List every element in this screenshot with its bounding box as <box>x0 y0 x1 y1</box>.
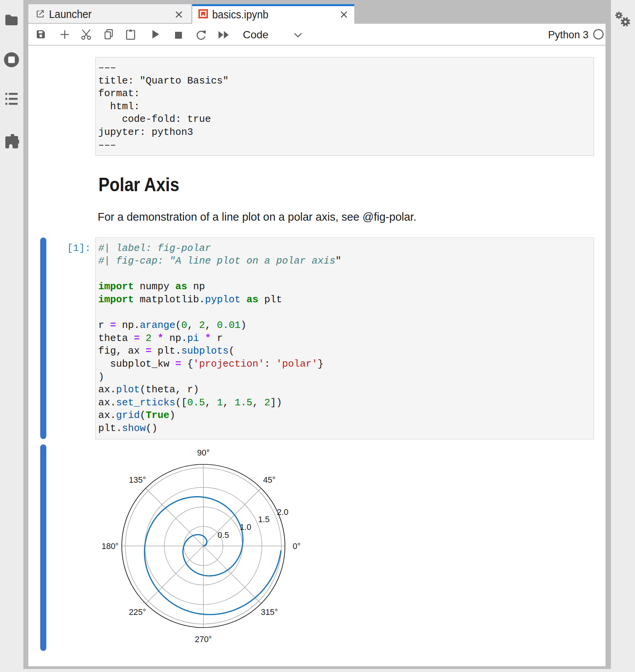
svg-text:315°: 315° <box>261 608 278 617</box>
svg-text:135°: 135° <box>129 475 146 485</box>
svg-text:90°: 90° <box>197 448 210 457</box>
svg-text:2.0: 2.0 <box>277 508 288 517</box>
svg-text:180°: 180° <box>101 542 118 551</box>
svg-text:0.5: 0.5 <box>218 531 229 540</box>
svg-text:1.0: 1.0 <box>240 523 251 532</box>
svg-text:270°: 270° <box>195 635 212 644</box>
svg-text:1.5: 1.5 <box>258 515 270 524</box>
svg-text:225°: 225° <box>129 608 146 617</box>
svg-text:0°: 0° <box>293 542 301 551</box>
svg-text:45°: 45° <box>263 475 276 485</box>
